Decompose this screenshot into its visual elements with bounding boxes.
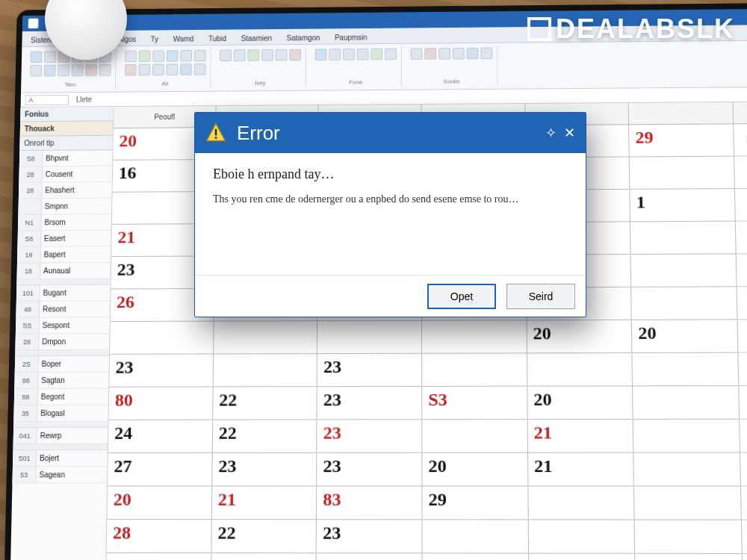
calendar-cell[interactable]: [211, 553, 316, 560]
ribbon-icon[interactable]: [58, 65, 69, 77]
ribbon-icon[interactable]: [424, 48, 436, 60]
ribbon-icon[interactable]: [480, 48, 492, 60]
icon-cell[interactable]: [740, 420, 747, 453]
calendar-cell[interactable]: [529, 554, 635, 560]
calendar-cell[interactable]: 23: [109, 354, 213, 387]
ribbon-icon[interactable]: [289, 49, 301, 61]
ribbon-icon[interactable]: [234, 49, 246, 61]
ribbon-icon[interactable]: [139, 50, 151, 62]
sidebar-row[interactable]: 88Sagtan: [14, 373, 108, 389]
sidebar-row[interactable]: 88Begont: [14, 389, 108, 405]
icon-cell[interactable]: [740, 452, 747, 486]
calendar-cell[interactable]: 1: [630, 189, 735, 222]
calendar-cell[interactable]: 22: [212, 420, 316, 453]
calendar-cell[interactable]: [632, 287, 737, 320]
ribbon-icon[interactable]: [453, 48, 465, 60]
calendar-cell[interactable]: [422, 420, 527, 453]
ribbon-icon[interactable]: [411, 48, 423, 60]
dialog-help-icon[interactable]: ✧: [545, 125, 557, 141]
ribbon-icon[interactable]: [315, 49, 327, 60]
calendar-cell[interactable]: 23: [317, 453, 421, 487]
icon-cell[interactable]: [742, 520, 747, 554]
sidebar-row[interactable]: 35Blogasl: [13, 405, 108, 422]
ribbon-icon[interactable]: [85, 64, 97, 76]
ribbon-icon[interactable]: [357, 49, 369, 60]
icon-cell[interactable]: [736, 221, 747, 254]
calendar-cell[interactable]: [423, 553, 528, 560]
cell-reference[interactable]: A: [25, 95, 69, 105]
icon-cell[interactable]: [734, 156, 747, 189]
ribbon-icon[interactable]: [44, 65, 56, 77]
calendar-cell[interactable]: [422, 353, 527, 387]
ribbon-icon[interactable]: [44, 51, 56, 62]
dialog-close-icon[interactable]: ✕: [564, 125, 575, 141]
calendar-cell[interactable]: 24: [108, 420, 212, 453]
calendar-cell[interactable]: S3: [422, 387, 527, 420]
ribbon-icon[interactable]: [125, 64, 137, 76]
icon-cell[interactable]: [737, 254, 747, 287]
icon-cell[interactable]: [739, 386, 747, 420]
calendar-cell[interactable]: [633, 386, 739, 420]
icon-cell[interactable]: [738, 353, 747, 387]
calendar-cell[interactable]: 20: [632, 320, 737, 353]
calendar-cell[interactable]: 29: [422, 486, 527, 520]
ribbon-icon[interactable]: [194, 63, 206, 75]
ribbon-icon[interactable]: [343, 49, 355, 60]
sidebar-row[interactable]: 101Bugant: [16, 285, 111, 302]
sidebar-row[interactable]: 2SBoper: [15, 356, 109, 373]
ribbon-icon[interactable]: [152, 64, 164, 76]
calendar-cell[interactable]: [423, 520, 528, 553]
calendar-cell[interactable]: [633, 353, 739, 387]
calendar-cell[interactable]: [634, 486, 741, 520]
sidebar-row[interactable]: N1Brsom: [18, 214, 111, 231]
sidebar-row[interactable]: S01Bojert: [13, 450, 108, 467]
ribbon-icon[interactable]: [371, 49, 382, 60]
sidebar-row[interactable]: 28Cousent: [19, 167, 112, 183]
calendar-cell[interactable]: 23: [317, 420, 422, 453]
ribbon-icon[interactable]: [125, 51, 137, 63]
calendar-cell[interactable]: 29: [629, 124, 734, 157]
sidebar-row[interactable]: 28Ehashert: [19, 182, 112, 199]
menu-item[interactable]: Wamd: [169, 33, 199, 46]
ribbon-icon[interactable]: [138, 64, 150, 76]
sidebar-row[interactable]: 041Rewrp: [13, 428, 108, 444]
ribbon-icon[interactable]: [99, 64, 111, 76]
ribbon-icon[interactable]: [30, 65, 42, 77]
calendar-cell[interactable]: [422, 320, 527, 353]
sidebar-row[interactable]: 53Sagean: [12, 467, 107, 483]
sidebar-row[interactable]: 18Bapert: [17, 246, 111, 263]
calendar-cell[interactable]: 28: [107, 520, 211, 553]
calendar-cell[interactable]: [630, 157, 734, 190]
sidebar-row[interactable]: S8Easert: [17, 231, 111, 247]
sidebar-row[interactable]: Smpnn: [18, 199, 111, 215]
icon-cell[interactable]: [738, 320, 747, 352]
calendar-cell[interactable]: 20: [422, 453, 527, 487]
ribbon-icon[interactable]: [261, 49, 273, 61]
icon-cell[interactable]: [741, 486, 747, 520]
ribbon-icon[interactable]: [167, 63, 179, 75]
ribbon-icon[interactable]: [276, 49, 288, 61]
ribbon-icon[interactable]: [438, 48, 450, 60]
calendar-cell[interactable]: [631, 254, 737, 287]
calendar-cell[interactable]: 20: [527, 386, 633, 420]
calendar-cell[interactable]: [527, 353, 633, 387]
ribbon-icon[interactable]: [385, 49, 397, 60]
sidebar-row[interactable]: 18Aunaual: [16, 263, 111, 279]
menu-item[interactable]: Satamgon: [282, 31, 325, 44]
dialog-primary-button[interactable]: Opet: [427, 284, 496, 309]
ribbon-icon[interactable]: [180, 63, 192, 75]
calendar-cell[interactable]: [528, 520, 634, 553]
menu-item[interactable]: Ty: [146, 33, 163, 46]
icon-cell[interactable]: [735, 189, 747, 222]
calendar-cell[interactable]: 83: [317, 486, 421, 520]
calendar-cell[interactable]: 21: [212, 486, 317, 520]
calendar-cell[interactable]: [213, 354, 317, 387]
calendar-cell[interactable]: 80: [109, 387, 213, 420]
calendar-cell[interactable]: 23: [317, 354, 421, 387]
ribbon-icon[interactable]: [194, 50, 206, 62]
calendar-cell[interactable]: [317, 553, 422, 560]
sidebar-row[interactable]: 48Resont: [16, 301, 110, 317]
calendar-cell[interactable]: 20: [107, 486, 211, 520]
calendar-cell[interactable]: 27: [108, 453, 211, 487]
ribbon-icon[interactable]: [152, 50, 164, 62]
